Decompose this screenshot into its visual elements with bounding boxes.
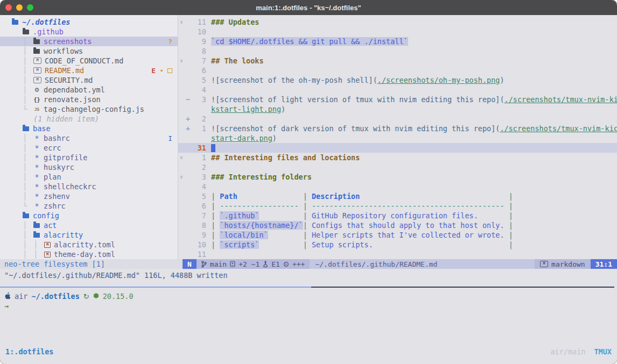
editor-line[interactable]: 7| `.github` | GitHub Repository configu…: [178, 211, 617, 220]
text-segment-link: ./screenshots/tmux-nvim-kick: [500, 124, 617, 133]
tree-guide: [12, 37, 23, 46]
tree-item[interactable]: .github: [0, 27, 178, 37]
tree-item-label: alacritty: [44, 231, 83, 239]
tree-item[interactable]: base: [0, 124, 178, 133]
tree-item[interactable]: ││Malacritty.toml: [0, 240, 178, 249]
tree-item[interactable]: ││Mtheme-day.toml: [0, 249, 178, 259]
tree-item-label: theme-day.toml: [54, 250, 115, 259]
tree-item[interactable]: │alacritty: [0, 230, 178, 240]
editor-line[interactable]: ∨1## Interesting files and locations: [178, 153, 617, 162]
tree-item-label: gitprofile: [44, 153, 87, 162]
tree-guide: [12, 173, 23, 181]
tree-item-label: alacritty.toml: [54, 240, 115, 249]
editor-line[interactable]: 6: [178, 66, 617, 75]
zoom-button-icon[interactable]: [27, 4, 33, 11]
text-segment-md: [237, 192, 303, 201]
editor-line[interactable]: ∨3### Interesting folders: [178, 172, 617, 182]
editor-line[interactable]: +2: [178, 114, 617, 124]
tree-guide: │: [23, 231, 33, 239]
line-number: 6: [191, 66, 206, 75]
tree-item[interactable]: │*huskyrc: [0, 162, 178, 172]
text-segment-code: `scripts`: [220, 240, 259, 249]
editor-line[interactable]: 2: [178, 162, 617, 172]
fold-chevron-icon[interactable]: ∨: [178, 174, 185, 180]
editor-line[interactable]: 6| ------------------ | ----------------…: [178, 201, 617, 211]
line-number: 3: [191, 173, 206, 181]
tree-item[interactable]: │*shellcheckrc: [0, 182, 178, 191]
tmux-window-label[interactable]: 1:.dotfiles: [5, 347, 53, 356]
neotree-statusline: neo-tree filesystem [1]: [0, 259, 183, 269]
tmux-session-name: air/main: [550, 347, 585, 356]
tree-item[interactable]: (1 hidden item): [0, 114, 178, 124]
tree-item[interactable]: │MREADME.mdE•: [0, 66, 178, 75]
tree-item[interactable]: │*plan: [0, 172, 178, 182]
statusline-filename[interactable]: ~/.dotfiles/.github/README.md: [310, 259, 535, 269]
editor-line[interactable]: 8| `hosts/{hostname}/`| Configs that sho…: [178, 220, 617, 230]
editor-line[interactable]: ∨11### Updates: [178, 17, 617, 27]
tree-item[interactable]: │*ecrc: [0, 143, 178, 153]
editor-line[interactable]: 9| `local/bin` | Helper scripts that I'v…: [178, 230, 617, 240]
tree-item[interactable]: │{}renovate.json: [0, 95, 178, 104]
shell-input-line[interactable]: →: [4, 301, 613, 311]
tree-item[interactable]: │MCODE_OF_CONDUCT.md: [0, 56, 178, 66]
tree-item[interactable]: │*zshenv: [0, 191, 178, 201]
diagnostics-flask-icon: [263, 261, 268, 267]
tree-item-label: CODE_OF_CONDUCT.md: [45, 56, 123, 65]
tree-item-label: README.md: [45, 66, 84, 75]
tree-item[interactable]: │⚙dependabot.yml: [0, 85, 178, 95]
tree-item[interactable]: │workflows: [0, 46, 178, 56]
shell-pane[interactable]: air ~/.dotfiles ↻ 20.15.0 →: [0, 290, 617, 347]
text-segment-pipe: |: [211, 240, 220, 249]
tree-guide: [12, 221, 23, 230]
tmux-statusbar: 1:.dotfiles air/main TMUX: [0, 347, 617, 356]
editor-line[interactable]: 4: [178, 182, 617, 191]
tree-item[interactable]: │act: [0, 220, 178, 230]
tmux-pane-divider[interactable]: [0, 285, 617, 290]
editor-line[interactable]: 5| Path | Description |: [178, 191, 617, 201]
close-button-icon[interactable]: [5, 4, 12, 11]
line-number: 3: [191, 95, 206, 104]
editor-line[interactable]: +1![screenshot of dark version of tmux w…: [178, 124, 617, 133]
tree-item[interactable]: │*gitprofile: [0, 153, 178, 162]
tree-guide: │: [33, 240, 44, 249]
tree-item[interactable]: └*zshrc: [0, 201, 178, 211]
editor-line[interactable]: 31: [178, 143, 617, 153]
editor-line[interactable]: 8: [178, 46, 617, 56]
tree-guide: │: [23, 182, 33, 191]
line-number: 9: [191, 37, 206, 46]
text-segment-pipe: |: [211, 192, 220, 201]
fold-chevron-icon[interactable]: ∨: [178, 155, 185, 160]
fold-chevron-icon[interactable]: ∨: [178, 19, 185, 25]
editor-line[interactable]: 9`cd $HOME/.dotfiles && git pull && ./in…: [178, 37, 617, 46]
editor-line[interactable]: start-dark.png): [178, 133, 617, 143]
diagnostics-count: E1: [271, 260, 280, 268]
editor-line[interactable]: ~3![screenshot of light version of tmux …: [178, 95, 617, 104]
git-unstaged-square-icon: [167, 68, 172, 73]
line-number: 5: [191, 192, 206, 201]
tree-item[interactable]: │*bashrcI: [0, 133, 178, 143]
minimize-button-icon[interactable]: [16, 4, 23, 11]
fold-chevron-icon[interactable]: ∨: [178, 58, 185, 63]
tree-guide: │: [23, 163, 33, 172]
tree-guide: [12, 182, 23, 191]
text-segment-pipe: |: [303, 192, 312, 201]
text-segment-md: ): [272, 134, 277, 142]
tree-item[interactable]: config: [0, 211, 178, 220]
tree-guide: │: [23, 66, 33, 75]
editor-line[interactable]: kstart-light.png): [178, 104, 617, 114]
tree-item[interactable]: │screenshots?: [0, 37, 178, 46]
editor-line[interactable]: ∨7## The looks: [178, 56, 617, 66]
apple-icon: [4, 292, 11, 301]
tree-item-label: zshrc: [44, 202, 66, 210]
text-cursor: [211, 144, 215, 152]
editor-line[interactable]: 10: [178, 27, 617, 37]
tree-item[interactable]: │MSECURITY.md: [0, 75, 178, 85]
git-branch-name[interactable]: main: [210, 260, 227, 268]
tree-item[interactable]: ~/.dotfiles: [0, 17, 178, 27]
editor-line[interactable]: 10| `scripts` | Setup scripts. |: [178, 240, 617, 249]
editor-line[interactable]: 11: [178, 249, 617, 259]
editor-line[interactable]: 5![screenshot of the oh-my-posh shell](.…: [178, 75, 617, 85]
tree-item-label: bashrc: [44, 134, 70, 142]
tree-item[interactable]: └JStag-changelog-config.js: [0, 104, 178, 114]
editor-line[interactable]: 4: [178, 85, 617, 95]
